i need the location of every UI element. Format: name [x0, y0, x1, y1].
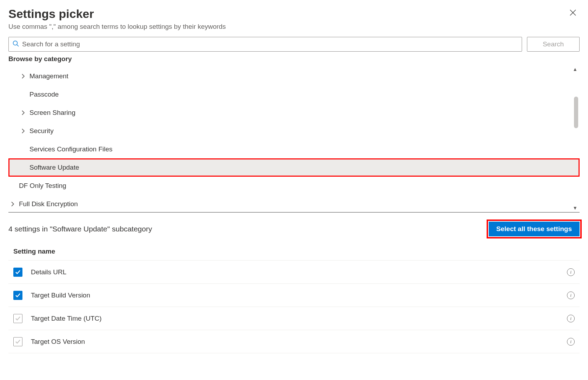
chevron-right-icon [10, 201, 17, 207]
close-button[interactable] [566, 7, 580, 20]
setting-checkbox[interactable] [13, 314, 22, 323]
setting-checkbox[interactable] [13, 291, 22, 300]
info-icon[interactable]: i [567, 338, 575, 346]
category-item[interactable]: Services Configuration Files [8, 140, 580, 158]
info-icon[interactable]: i [567, 268, 575, 276]
info-icon[interactable]: i [567, 315, 575, 322]
chevron-right-icon [20, 128, 27, 134]
category-label: DF Only Testing [19, 182, 66, 190]
select-all-settings-button[interactable]: Select all these settings [489, 222, 580, 236]
search-icon [12, 40, 19, 48]
chevron-right-icon [20, 73, 27, 79]
page-title: Settings picker [8, 7, 226, 21]
setting-row[interactable]: Details URLi [8, 261, 580, 284]
scrollbar-thumb[interactable] [574, 97, 578, 128]
search-button[interactable]: Search [527, 37, 580, 52]
scroll-up-icon[interactable]: ▲ [573, 66, 577, 72]
category-tree: ▲ ▼ ManagementPasscodeScreen SharingSecu… [8, 65, 580, 212]
setting-name-label: Details URL [31, 268, 567, 276]
category-label: Security [29, 127, 54, 135]
category-item[interactable]: Full Disk Encryption [8, 195, 580, 212]
page-subtitle: Use commas "," among search terms to loo… [8, 23, 226, 31]
setting-name-label: Target Build Version [31, 291, 567, 299]
search-input[interactable] [19, 40, 518, 48]
column-header-setting-name: Setting name [8, 244, 580, 261]
search-box[interactable] [8, 37, 522, 52]
close-icon [569, 8, 577, 19]
setting-checkbox[interactable] [13, 268, 22, 277]
category-label: Services Configuration Files [29, 145, 113, 153]
setting-row[interactable]: Target OS Versioni [8, 330, 580, 353]
chevron-right-icon [20, 110, 27, 116]
category-item[interactable]: Security [8, 122, 580, 140]
category-item[interactable]: DF Only Testing [8, 177, 580, 195]
svg-point-0 [13, 41, 18, 45]
category-label: Passcode [29, 91, 59, 98]
setting-row[interactable]: Target Date Time (UTC)i [8, 307, 580, 330]
setting-name-label: Target OS Version [31, 338, 567, 346]
category-item[interactable]: Management [8, 67, 580, 85]
scroll-down-icon[interactable]: ▼ [573, 205, 577, 211]
browse-by-category-label: Browse by category [8, 55, 580, 63]
setting-row[interactable]: Target Build Versioni [8, 284, 580, 307]
svg-line-1 [17, 45, 19, 46]
info-icon[interactable]: i [567, 291, 575, 299]
category-item[interactable]: Screen Sharing [8, 104, 580, 122]
category-label: Management [29, 72, 68, 80]
category-label: Full Disk Encryption [19, 200, 78, 208]
setting-checkbox[interactable] [13, 337, 22, 346]
category-label: Screen Sharing [29, 109, 75, 117]
category-item[interactable]: Passcode [8, 85, 580, 104]
setting-name-label: Target Date Time (UTC) [31, 315, 567, 322]
subcategory-summary: 4 settings in "Software Update" subcateg… [8, 225, 152, 233]
category-label: Software Update [29, 164, 79, 171]
category-item[interactable]: Software Update [8, 158, 580, 177]
